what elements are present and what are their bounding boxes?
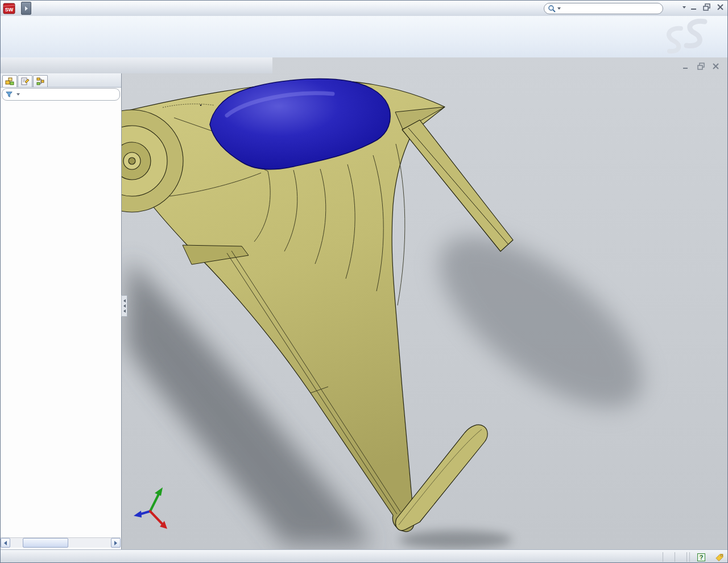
search-input[interactable] xyxy=(544,3,663,14)
status-bar: ? xyxy=(1,549,728,563)
graphics-viewport[interactable] xyxy=(122,57,728,549)
solidworks-logo-icon: SW xyxy=(3,2,15,15)
scrollbar-thumb[interactable] xyxy=(23,538,68,548)
help-caret-icon[interactable] xyxy=(682,6,686,9)
feature-manager-panel xyxy=(1,73,122,549)
scroll-right-button[interactable] xyxy=(111,538,121,548)
document-window-controls xyxy=(682,62,721,69)
doc-minimize-button[interactable] xyxy=(682,62,691,69)
3d-model-canvas[interactable] xyxy=(122,57,728,549)
configurationmanager-tab[interactable] xyxy=(33,75,48,87)
ds-watermark-logo xyxy=(656,17,724,56)
tag-icon[interactable] xyxy=(715,553,724,562)
title-bar: SW xyxy=(1,1,728,16)
svg-text:SW: SW xyxy=(5,6,14,12)
scroll-left-button[interactable] xyxy=(1,538,10,548)
feature-tree xyxy=(1,101,121,477)
vent-dot xyxy=(200,105,202,106)
window-controls xyxy=(677,3,725,11)
minimize-button[interactable] xyxy=(689,3,699,11)
search-icon xyxy=(548,5,556,13)
solidworks-window: SW xyxy=(0,0,728,563)
filter-funnel-icon xyxy=(5,90,13,98)
panel-splitter-handle[interactable] xyxy=(121,295,127,317)
tree-filter-input[interactable] xyxy=(2,88,120,101)
search-scope-caret-icon[interactable] xyxy=(557,7,561,10)
command-ribbon xyxy=(1,16,728,58)
quick-tips-icon[interactable]: ? xyxy=(697,553,706,562)
svg-text:?: ? xyxy=(700,554,704,561)
doc-close-button[interactable] xyxy=(712,62,721,69)
edit-mode-state xyxy=(675,552,686,562)
propertymanager-tab[interactable] xyxy=(18,75,32,87)
doc-restore-button[interactable] xyxy=(697,62,706,69)
filter-caret-icon[interactable] xyxy=(16,93,20,96)
constraint-state xyxy=(663,552,675,562)
close-button[interactable] xyxy=(715,3,725,11)
app-brand: SW xyxy=(3,2,31,15)
featuremanager-tab[interactable] xyxy=(2,75,17,87)
menu-expand-button[interactable] xyxy=(21,2,31,15)
tree-horizontal-scrollbar[interactable] xyxy=(1,537,121,548)
command-manager-tabs xyxy=(1,57,272,73)
panel-tab-strip xyxy=(1,73,121,88)
restore-button[interactable] xyxy=(702,3,712,11)
